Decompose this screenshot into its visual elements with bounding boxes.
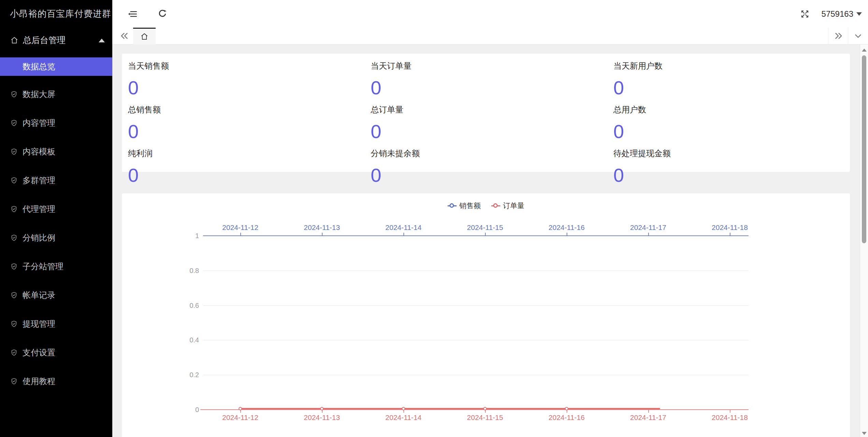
stat-value: 0 (128, 78, 365, 97)
y-axis-label: 1 (179, 232, 199, 240)
y-axis-label: 0 (179, 406, 199, 414)
x-axis-label-bottom: 2024-11-18 (712, 413, 748, 422)
sidebar-item[interactable]: 支付设置 (0, 338, 112, 367)
sidebar-item-label: 支付设置 (23, 347, 55, 358)
data-point-marker (239, 407, 242, 410)
axis-tick (567, 233, 567, 235)
x-axis-bottom-line (200, 409, 749, 410)
x-axis-label-top: 2024-11-16 (549, 223, 585, 232)
chart-plot-area: 00.20.40.60.812024-11-122024-11-122024-1… (122, 193, 850, 437)
stat-label: 当天销售额 (128, 60, 365, 71)
shield-check-icon (10, 148, 18, 156)
stat-value: 0 (128, 122, 365, 141)
stat-label: 待处理提现金额 (613, 148, 850, 159)
axis-tick (322, 233, 323, 235)
sidebar-item[interactable]: 多群管理 (0, 166, 112, 195)
shield-check-icon (10, 234, 18, 242)
caret-up-icon (99, 39, 105, 42)
stat-label: 总用户数 (613, 104, 850, 115)
axis-tick (403, 233, 404, 235)
x-axis-top-line (203, 235, 749, 236)
y-axis-label: 0.6 (179, 301, 199, 309)
sidebar-item[interactable]: 分销比例 (0, 223, 112, 252)
x-axis-label-bottom: 2024-11-14 (385, 413, 422, 422)
gridline (203, 375, 749, 375)
sidebar-item-data-overview[interactable]: 数据总览 (0, 57, 112, 76)
sidebar-item[interactable]: 子分站管理 (0, 252, 112, 281)
app-root: 小昂裕的百宝库付费进群 总后台管理 数据总览 数据大屏内容管理内容模板多群管理代… (0, 0, 868, 437)
topbar: 5759163 (112, 0, 868, 28)
stat-value: 0 (613, 166, 850, 185)
stat-value: 0 (371, 122, 607, 141)
tabs-scroll-left[interactable] (117, 28, 132, 44)
fullscreen-icon[interactable] (800, 10, 809, 18)
scrollbar-thumb[interactable] (862, 55, 866, 243)
data-point-marker (320, 407, 324, 410)
scroll-down-arrow[interactable] (862, 432, 867, 435)
sidebar-item-label: 多群管理 (23, 175, 55, 186)
axis-tick (648, 233, 649, 235)
x-axis-label-top: 2024-11-18 (712, 223, 748, 232)
stat-label: 当天订单量 (371, 60, 607, 71)
x-axis-label-top: 2024-11-15 (467, 223, 503, 232)
axis-tick (322, 410, 323, 413)
sidebar-item[interactable]: 内容模板 (0, 137, 112, 166)
shield-check-icon (10, 377, 18, 385)
home-icon (140, 32, 148, 41)
stat-label: 总订单量 (371, 104, 607, 115)
sidebar-item[interactable]: 内容管理 (0, 109, 112, 137)
y-axis-label: 0.2 (179, 371, 199, 379)
collapse-sidebar-icon[interactable] (127, 9, 138, 19)
data-point-marker (565, 407, 568, 410)
stat-card: 分销未提余额0 (365, 141, 607, 185)
stat-value: 0 (371, 166, 607, 185)
gridline (203, 340, 749, 340)
shield-check-icon (10, 349, 18, 357)
stat-card: 总用户数0 (607, 97, 850, 141)
axis-tick (730, 410, 730, 413)
shield-check-icon (10, 176, 18, 185)
sidebar-item-label: 内容模板 (23, 146, 55, 157)
x-axis-label-top: 2024-11-13 (304, 223, 340, 232)
shield-check-icon (10, 119, 18, 127)
home-icon (10, 36, 18, 44)
main-content: 当天销售额0当天订单量0当天新用户数0总销售额0总订单量0总用户数0纯利润0分销… (112, 44, 868, 437)
sidebar-item-label: 数据总览 (23, 61, 55, 72)
shield-check-icon (10, 291, 18, 299)
sidebar-item-label: 内容管理 (23, 118, 55, 128)
sidebar-item[interactable]: 使用教程 (0, 367, 112, 396)
refresh-icon[interactable] (158, 9, 168, 19)
stat-card: 纯利润0 (122, 141, 365, 185)
axis-tick (485, 233, 486, 235)
x-axis-label-top: 2024-11-12 (222, 223, 258, 232)
sidebar-item[interactable]: 数据大屏 (0, 80, 112, 109)
scroll-up-arrow[interactable] (862, 49, 867, 52)
stat-value: 0 (613, 78, 850, 97)
x-axis-label-bottom: 2024-11-15 (467, 413, 503, 422)
x-axis-label-bottom: 2024-11-13 (304, 413, 340, 422)
sidebar-menu: 数据大屏内容管理内容模板多群管理代理管理分销比例子分站管理帐单记录提现管理支付设… (0, 80, 112, 396)
stats-panel: 当天销售额0当天订单量0当天新用户数0总销售额0总订单量0总用户数0纯利润0分销… (122, 54, 850, 172)
axis-tick (240, 410, 241, 413)
stat-label: 分销未提余额 (371, 148, 607, 159)
stat-card: 当天订单量0 (365, 54, 607, 97)
sidebar-section-admin[interactable]: 总后台管理 (0, 28, 112, 53)
user-menu[interactable]: 5759163 (822, 0, 862, 28)
tab-home[interactable] (133, 28, 156, 44)
sidebar: 小昂裕的百宝库付费进群 总后台管理 数据总览 数据大屏内容管理内容模板多群管理代… (0, 0, 112, 437)
sidebar-item-label: 帐单记录 (23, 290, 55, 301)
gridline (203, 305, 749, 306)
axis-tick (730, 233, 730, 235)
y-axis-label: 0.4 (179, 336, 199, 344)
stats-grid: 当天销售额0当天订单量0当天新用户数0总销售额0总订单量0总用户数0纯利润0分销… (122, 54, 850, 172)
tab-bar (112, 28, 868, 44)
sidebar-item[interactable]: 帐单记录 (0, 281, 112, 310)
stat-card: 总订单量0 (365, 97, 607, 141)
stat-card: 待处理提现金额0 (607, 141, 850, 185)
x-axis-label-top: 2024-11-14 (385, 223, 422, 232)
caret-down-icon (856, 12, 862, 16)
sidebar-item[interactable]: 代理管理 (0, 195, 112, 223)
tabs-scroll-right[interactable] (828, 28, 848, 44)
sidebar-item[interactable]: 提现管理 (0, 310, 112, 338)
tabs-dropdown[interactable] (848, 28, 868, 44)
